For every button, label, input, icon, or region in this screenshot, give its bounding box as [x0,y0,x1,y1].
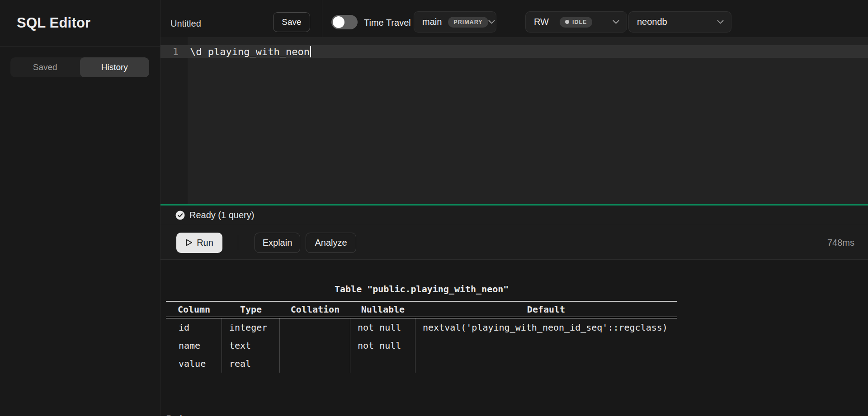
code-text: \d playing_with_neon [188,46,310,57]
topbar-divider [322,0,322,37]
table-cell: value [166,355,222,373]
table-cell: nextval('playing_with_neon_id_seq'::regc… [415,318,677,337]
query-title[interactable]: Untitled [170,17,201,30]
table-cell [350,355,415,373]
page-title: SQL Editor [17,15,90,31]
branch-badge-label: PRIMARY [453,19,482,25]
toolbar-separator [238,235,238,250]
compute-status-label: IDLE [572,19,587,25]
result-indexes-block: Indexes: "playing_with_neon_pkey" PRIMAR… [166,380,449,416]
save-button[interactable]: Save [273,12,310,32]
column-header: Type [222,304,280,315]
run-button-label: Run [197,238,213,248]
table-row: value real [166,355,677,373]
status-dot-icon [565,20,569,24]
saved-history-tabs: Saved History [10,57,149,77]
time-travel-toggle[interactable] [331,15,358,29]
active-code-line[interactable]: 1 \d playing_with_neon [160,45,868,58]
table-cell [280,355,350,373]
text-cursor [310,46,311,57]
check-circle-icon [175,210,185,220]
tab-history[interactable]: History [80,57,150,77]
branch-dropdown[interactable]: main PRIMARY [414,11,496,33]
query-toolbar: Run Explain Analyze 748ms [160,226,868,260]
indexes-label: Indexes: [166,411,449,416]
query-duration: 748ms [827,238,854,248]
table-cell: id [166,318,222,337]
tab-saved-label: Saved [33,62,57,72]
compute-dropdown[interactable]: RW IDLE [525,11,627,33]
chevron-down-icon [613,20,619,24]
status-bar: Ready (1 query) [160,206,868,225]
sidebar-header: SQL Editor [0,0,160,47]
compute-status-badge: IDLE [560,17,592,28]
table-cell [415,355,677,373]
table-cell [280,318,350,337]
sidebar: SQL Editor Saved History [0,0,160,416]
table-cell [415,337,677,355]
database-value: neondb [637,17,667,27]
status-message: Ready (1 query) [189,210,254,220]
tab-history-label: History [101,62,128,72]
column-header: Column [166,304,222,315]
column-header: Nullable [350,304,415,315]
topbar: Untitled Save Time Travel main PRIMARY R… [160,0,868,37]
analyze-button[interactable]: Analyze [306,233,356,253]
table-row: name text not null [166,337,677,355]
chevron-down-icon [488,20,495,24]
table-cell: not null [350,337,415,355]
result-table: Column Type Collation Nullable Default i… [166,301,677,373]
explain-button[interactable]: Explain [255,233,300,253]
table-cell: not null [350,318,415,337]
toggle-knob-icon [333,16,344,28]
database-dropdown[interactable]: neondb [628,11,731,33]
chevron-down-icon [717,20,724,24]
column-header: Default [415,304,677,315]
table-cell: text [222,337,280,355]
table-row: id integer not null nextval('playing_wit… [166,318,677,337]
line-number-gutter [160,37,188,204]
table-cell: name [166,337,222,355]
table-cell [280,337,350,355]
results-panel: Table "public.playing_with_neon" Column … [160,260,868,416]
branch-badge: PRIMARY [448,17,488,28]
time-travel-label: Time Travel [364,17,411,28]
column-header: Collation [280,304,350,315]
sql-editor-app: SQL Editor Saved History Untitled Save T… [0,0,868,416]
branch-value: main [422,17,442,27]
result-table-header-row: Column Type Collation Nullable Default [166,301,677,318]
run-button[interactable]: Run [176,233,222,253]
play-icon [185,238,193,247]
result-table-title: Table "public.playing_with_neon" [335,284,509,294]
table-cell: real [222,355,280,373]
tab-saved[interactable]: Saved [10,57,80,77]
line-number: 1 [160,46,188,57]
code-editor[interactable]: 1 \d playing_with_neon [160,37,868,204]
compute-value: RW [534,17,549,27]
table-cell: integer [222,318,280,337]
